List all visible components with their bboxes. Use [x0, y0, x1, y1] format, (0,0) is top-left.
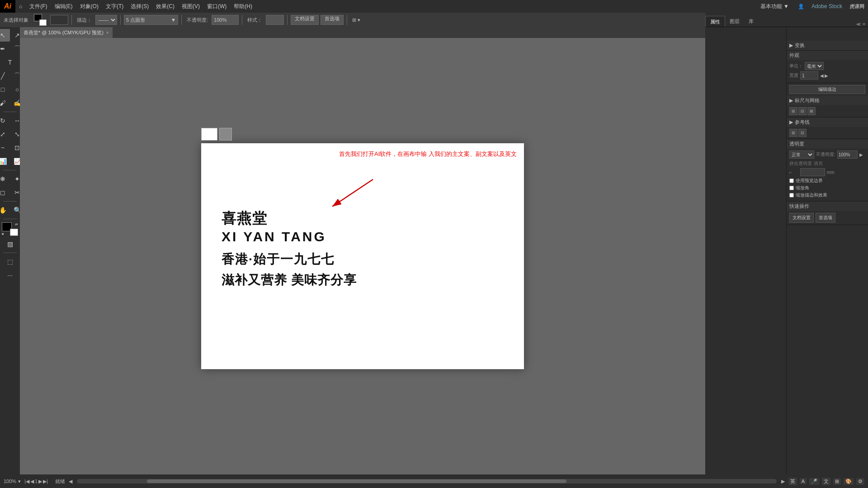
- menu-help[interactable]: 帮助(H): [230, 0, 256, 13]
- quick-preferences[interactable]: 首选项: [816, 213, 835, 223]
- properties-tab[interactable]: 属性: [705, 16, 725, 27]
- style-box[interactable]: [266, 15, 284, 25]
- properties-panel: ▶ 变换 外观 单位： 毫米 宽度 ◀: [787, 27, 868, 474]
- menu-window[interactable]: 窗口(W): [203, 0, 230, 13]
- corner-radius-row: ⌐ 0.3528 mm: [789, 168, 865, 176]
- status-bar: 100% ▾ |◀ ◀ 1 ▶ ▶| 就绪 ◀ ▶ 英 A 🎤 文 ⊞ 🎨 ⚙: [0, 474, 868, 488]
- mic-icon[interactable]: 🎤: [809, 478, 819, 485]
- scroll-left-btn[interactable]: ◀: [69, 479, 72, 484]
- settings-icon[interactable]: ⚙: [856, 478, 864, 485]
- width-input[interactable]: [800, 71, 818, 80]
- eraser-tool[interactable]: ◻: [0, 186, 10, 199]
- gradient-icon[interactable]: ▨: [3, 238, 17, 250]
- menu-edit[interactable]: 编辑(E): [51, 0, 76, 13]
- ruler-icon-3[interactable]: ⊠: [807, 107, 816, 115]
- ruler-icon-2[interactable]: ⊟: [798, 107, 807, 115]
- warp-tool[interactable]: ~: [0, 141, 10, 154]
- stroke-swatch[interactable]: [10, 229, 18, 236]
- opacity-dropdown-icon[interactable]: ▶: [859, 152, 863, 157]
- menu-text[interactable]: 文字(T): [102, 0, 127, 13]
- ai-icon[interactable]: A: [800, 478, 807, 484]
- hand-tool[interactable]: ✋: [0, 204, 10, 216]
- paint-brush-tool[interactable]: 🖌: [0, 97, 10, 109]
- type-tool[interactable]: T: [3, 56, 17, 69]
- opacity-field[interactable]: [837, 150, 858, 159]
- tab-close-icon[interactable]: ×: [106, 30, 109, 35]
- scale-corners-checkbox[interactable]: [789, 186, 794, 190]
- corner-radius-input[interactable]: 0.3528: [800, 168, 825, 176]
- artboard-swatch-white[interactable]: [201, 128, 217, 141]
- more-tools[interactable]: ···: [3, 269, 17, 282]
- preview-bounds-checkbox[interactable]: [789, 178, 794, 183]
- stroke-weight-box[interactable]: [50, 15, 68, 25]
- scale-stroke-checkbox[interactable]: [789, 193, 794, 197]
- transform-expand-icon[interactable]: ▶: [789, 42, 793, 48]
- selection-tool[interactable]: ↖: [0, 29, 10, 42]
- sep2: [120, 15, 121, 25]
- ime-icon[interactable]: 英: [788, 478, 797, 485]
- menu-file[interactable]: 文件(F): [26, 0, 51, 13]
- quick-doc-settings[interactable]: 文档设置: [789, 213, 814, 223]
- background-color[interactable]: [39, 19, 47, 26]
- layers-tab[interactable]: 图层: [725, 16, 744, 27]
- rulers-expand-icon[interactable]: ▶: [789, 98, 793, 103]
- scroll-right-btn[interactable]: ▶: [781, 479, 785, 484]
- ruler-icon-1[interactable]: ⊞: [789, 107, 797, 115]
- document-tab[interactable]: 喜燕堂* @ 100% (CMYK/GPU 预览) ×: [20, 27, 113, 38]
- guides-expand-icon[interactable]: ▶: [789, 119, 793, 125]
- guides-icon-1[interactable]: ⊞: [789, 129, 797, 137]
- artboard-swatch-gray[interactable]: [219, 128, 232, 141]
- full-right-panel: ▶ 变换 外观 单位： 毫米 宽度 ◀: [705, 27, 868, 474]
- edit-appearance-btn[interactable]: 编辑描边: [789, 85, 865, 94]
- style-label: 样式：: [245, 17, 264, 23]
- nav-next[interactable]: ▶: [38, 479, 42, 484]
- color-icon[interactable]: 🎨: [844, 478, 854, 485]
- point-shape-selector[interactable]: 5 点圆形 ▼: [124, 15, 178, 25]
- adobe-stock-link[interactable]: Adobe Stock: [808, 3, 846, 9]
- stroke-select[interactable]: ——: [95, 15, 117, 25]
- menu-select[interactable]: 选择(S): [127, 0, 152, 13]
- column-graph-tool[interactable]: 📊: [0, 155, 10, 168]
- pen-tool[interactable]: ✒: [0, 42, 10, 55]
- rulers-header: ▶ 标尺与网格: [787, 96, 868, 105]
- text-icon[interactable]: 文: [822, 478, 830, 485]
- tool-divider-2: [3, 170, 17, 170]
- preferences-btn[interactable]: 首选项: [321, 15, 344, 25]
- scroll-bar-h[interactable]: [77, 479, 777, 483]
- artboard-tool[interactable]: ⬚: [3, 255, 17, 268]
- zoom-dropdown-icon[interactable]: ▾: [18, 479, 21, 484]
- menu-object[interactable]: 对象(O): [76, 0, 102, 13]
- library-tab[interactable]: 库: [744, 16, 758, 27]
- arrange-icon[interactable]: ⊞ ▾: [350, 17, 362, 23]
- zoom-control[interactable]: 100% ▾: [4, 479, 21, 484]
- symbol-tool[interactable]: ❋: [0, 173, 10, 185]
- nav-prev[interactable]: ◀: [30, 479, 34, 484]
- nav-first[interactable]: |◀: [24, 479, 29, 484]
- unit-select[interactable]: 毫米: [805, 62, 824, 70]
- guides-icon-2[interactable]: ⊟: [798, 129, 807, 137]
- increment-btn[interactable]: ▶: [825, 73, 828, 78]
- blend-mode-select[interactable]: 正常: [789, 150, 814, 159]
- swap-icon[interactable]: ⇄: [15, 222, 18, 226]
- workspace-selector[interactable]: 基本功能 ▼: [755, 3, 794, 10]
- rotate-tool[interactable]: ↻: [0, 114, 10, 127]
- artboard-sub1: 香港·始于一九七七: [222, 251, 335, 268]
- canvas-area[interactable]: 首先我们打开AI软件，在画布中输 入我们的主文案、副文案以及英文 喜燕堂 XI …: [20, 38, 705, 474]
- opacity-input[interactable]: 100%: [212, 15, 239, 25]
- color-swatch-area[interactable]: ⇄ ■: [2, 222, 18, 236]
- menu-view[interactable]: 视图(V): [178, 0, 203, 13]
- transparency-header: 透明度: [787, 139, 868, 149]
- doc-settings-btn[interactable]: 文档设置: [291, 15, 319, 25]
- default-colors-icon[interactable]: ■: [2, 232, 4, 236]
- line-tool[interactable]: ╱: [0, 70, 10, 82]
- nav-last[interactable]: ▶|: [43, 479, 48, 484]
- color-swatches[interactable]: [34, 14, 47, 26]
- panel-close-btn[interactable]: ×: [863, 22, 865, 27]
- decrement-btn[interactable]: ◀: [820, 73, 824, 78]
- rect-tool[interactable]: □: [0, 83, 10, 96]
- menu-home-icon[interactable]: ⌂: [15, 0, 26, 13]
- panel-expand-btn[interactable]: ≪: [856, 22, 861, 27]
- scale-tool[interactable]: ⤢: [0, 128, 10, 141]
- menu-effect[interactable]: 效果(C): [152, 0, 178, 13]
- grid-icon[interactable]: ⊞: [833, 478, 841, 485]
